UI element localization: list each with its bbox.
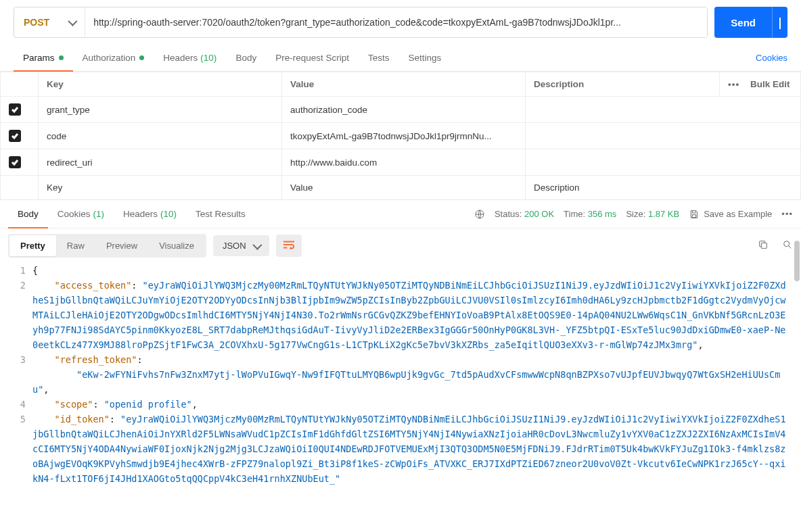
param-key[interactable]: redirect_uri [39,149,282,176]
checkbox-checked[interactable] [9,130,21,142]
param-key[interactable]: grant_type [39,97,282,123]
tab-resp-tests[interactable]: Test Results [186,200,255,228]
tab-headers[interactable]: Headers(10) [154,45,226,71]
bulk-edit-link[interactable]: Bulk Edit [750,79,790,89]
params-table: Key Value Description ••• Bulk Edit gran… [0,72,801,200]
tab-resp-body[interactable]: Body [8,200,48,228]
param-key-input[interactable]: Key [39,176,282,200]
method-label: POST [24,17,49,28]
more-icon[interactable]: ••• [781,209,793,219]
chevron-down-icon [68,17,77,26]
param-row[interactable]: code tkoxpyExtAmL-ga9B7todnwsjJDoJkl1pr9… [1,123,801,149]
more-icon[interactable]: ••• [728,79,739,89]
param-row[interactable]: redirect_uri http://www.baidu.com [1,149,801,176]
copy-button[interactable] [758,239,769,252]
param-row[interactable]: grant_type authorization_code [1,97,801,123]
param-value[interactable]: authorization_code [282,97,526,123]
cookies-link[interactable]: Cookies [756,53,787,63]
view-visualize[interactable]: Visualize [148,235,205,256]
globe-icon [474,209,485,220]
checkbox-checked[interactable] [9,156,21,168]
language-dropdown[interactable]: JSON [213,235,269,256]
send-button-group: Send [714,7,787,38]
svg-rect-1 [693,214,696,217]
param-value[interactable]: tkoxpyExtAmL-ga9B7todnwsjJDoJkl1pr9jrmnN… [282,123,526,149]
method-dropdown[interactable]: POST [14,7,85,37]
chevron-down-icon [779,18,781,29]
tab-resp-cookies[interactable]: Cookies(1) [48,200,114,228]
request-tabs: Params Authorization Headers(10) Body Pr… [0,45,801,72]
view-raw[interactable]: Raw [56,235,95,256]
line-gutter: 12345 [0,263,32,486]
svg-point-3 [784,241,789,247]
param-value-input[interactable]: Value [282,176,526,200]
response-body[interactable]: 12345 {"access_token": "eyJraWQiOiJlYWQ3… [0,263,801,486]
chevron-down-icon [252,240,262,249]
view-mode-tabs: Pretty Raw Preview Visualize [8,234,206,258]
save-example-button[interactable]: Save as Example [689,209,772,220]
method-url-bar: POST [14,7,708,38]
tab-settings[interactable]: Settings [398,45,451,71]
col-key: Key [39,72,282,97]
param-value[interactable]: http://www.baidu.com [282,149,526,176]
wrap-lines-button[interactable] [276,235,302,257]
tab-authorization[interactable]: Authorization [73,45,154,71]
status-value: 200 OK [524,209,554,219]
scrollbar[interactable] [794,241,800,281]
tab-body[interactable]: Body [226,45,266,71]
tab-prerequest[interactable]: Pre-request Script [266,45,359,71]
search-button[interactable] [782,239,793,252]
param-row-empty[interactable]: Key Value Description [1,176,801,200]
send-button[interactable]: Send [714,7,772,38]
active-dot-icon [139,55,144,60]
checkbox-checked[interactable] [9,103,21,116]
view-preview[interactable]: Preview [95,235,148,256]
svg-rect-2 [761,243,766,248]
tab-params[interactable]: Params [14,45,73,71]
send-dropdown[interactable] [772,7,787,38]
active-dot-icon [59,55,64,60]
size-value: 1.87 KB [648,209,679,219]
response-meta: Status: 200 OK Time: 356 ms Size: 1.87 K… [474,209,793,220]
response-tabs: Body Cookies(1) Headers(10) Test Results… [0,200,801,228]
view-controls: Pretty Raw Preview Visualize JSON [0,228,801,263]
tab-tests[interactable]: Tests [359,45,399,71]
param-desc-input[interactable]: Description [526,176,801,200]
col-desc: Description [526,72,720,97]
view-pretty[interactable]: Pretty [9,235,56,256]
code-content[interactable]: {"access_token": "eyJraWQiOiJlYWQ3MjczMy… [32,263,787,486]
url-input[interactable] [85,7,707,37]
param-key[interactable]: code [39,123,282,149]
tab-resp-headers[interactable]: Headers(10) [114,200,186,228]
time-value: 356 ms [588,209,617,219]
col-value: Value [282,72,526,97]
